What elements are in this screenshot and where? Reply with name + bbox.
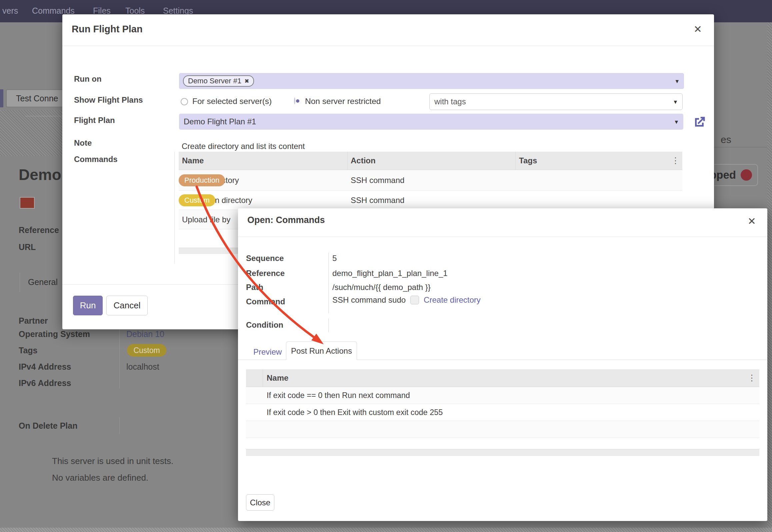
color-swatch[interactable] xyxy=(20,197,35,209)
tab-preview[interactable]: Preview xyxy=(253,347,282,357)
run-on-label: Run on xyxy=(74,74,102,84)
server-chip: Demo Server #1 ✖ xyxy=(183,75,254,87)
flight-plan-select[interactable]: Demo Flight Plan #1 ▾ xyxy=(179,114,683,130)
tag-badge: Production xyxy=(179,174,225,186)
radio-selected-servers[interactable] xyxy=(181,98,188,105)
reference-label: Reference xyxy=(246,269,285,278)
radio-non-server-restricted-label[interactable]: Non server restricted xyxy=(305,97,381,106)
table-row[interactable]: If exit code > 0 then Exit with custom e… xyxy=(246,404,759,421)
chevron-down-icon: ▾ xyxy=(674,98,677,106)
column-name[interactable]: Name xyxy=(267,373,288,383)
field-divider xyxy=(119,417,120,434)
condition-label: Condition xyxy=(246,320,283,330)
command-link[interactable]: Create directory xyxy=(424,295,481,305)
sheet-top-border xyxy=(25,116,62,116)
table-left-border xyxy=(174,152,175,264)
run-on-select[interactable]: Demo Server #1 ✖ ▾ xyxy=(179,73,684,89)
column-tags[interactable]: Tags xyxy=(519,156,537,165)
chevron-down-icon: ▾ xyxy=(675,77,679,85)
chip-remove-icon[interactable]: ✖ xyxy=(244,78,249,85)
close-button[interactable]: Close xyxy=(246,494,274,511)
column-name[interactable]: Name xyxy=(182,156,204,165)
path-value: /such/much/{{ demo_path }} xyxy=(332,283,431,292)
partner-label: Partner xyxy=(19,316,48,326)
run-modal-title: Run Flight Plan xyxy=(72,24,143,35)
reference-value: demo_flight_plan_1_plan_line_1 xyxy=(332,269,448,278)
commands-label: Commands xyxy=(74,155,118,164)
open-commands-modal: Open: Commands ✕ Sequence Reference Path… xyxy=(238,208,767,521)
tab-border xyxy=(20,273,20,292)
url-label: URL xyxy=(19,242,36,252)
tab-general[interactable]: General xyxy=(28,277,58,287)
radio-selected-servers-label[interactable]: For selected server(s) xyxy=(192,97,272,106)
radio-non-server-restricted[interactable] xyxy=(294,97,295,104)
os-label: Operating System xyxy=(19,329,90,339)
server-page-heading: Demo xyxy=(19,166,63,186)
table-row[interactable]: If exit code == 0 then Run next command xyxy=(246,387,759,404)
server-note-line1: This server is used in unit tests. xyxy=(52,456,173,466)
chevron-down-icon: ▾ xyxy=(675,118,678,126)
tag-badge: Custom xyxy=(179,194,215,206)
kebab-icon[interactable]: ⋮ xyxy=(671,156,680,165)
page-bottom-texture xyxy=(0,528,772,532)
kebab-icon[interactable]: ⋮ xyxy=(748,374,756,382)
status-dot-icon xyxy=(741,169,752,181)
table-row-empty[interactable] xyxy=(246,421,759,438)
ipv4-value: localhost xyxy=(126,362,159,372)
modal-header-divider xyxy=(62,46,714,46)
os-value-link[interactable]: Debian 10 xyxy=(126,329,164,339)
command-value: SSH command sudo xyxy=(332,295,406,305)
table-header-row: Name ⋮ xyxy=(246,369,759,387)
ipv4-label: IPv4 Address xyxy=(19,362,71,372)
right-panel-border xyxy=(714,147,767,147)
sudo-checkbox[interactable] xyxy=(410,296,419,304)
flight-plan-label: Flight Plan xyxy=(74,116,115,125)
ipv6-label: IPv6 Address xyxy=(19,378,71,388)
reference-label: Reference xyxy=(19,225,59,235)
cancel-button[interactable]: Cancel xyxy=(106,296,148,315)
on-delete-plan-label: On Delete Plan xyxy=(19,421,77,431)
screen: vers Commands Files Tools Settings Test … xyxy=(0,0,772,532)
page-right-texture xyxy=(767,22,772,532)
external-link-icon[interactable] xyxy=(692,115,707,130)
table-header-row: Name Action Tags ⋮ xyxy=(179,152,682,170)
show-flight-plans-label: Show Flight Plans xyxy=(74,95,143,105)
server-note-line2: No variables are defined. xyxy=(52,473,148,483)
sequence-label: Sequence xyxy=(246,254,284,263)
path-label: Path xyxy=(246,283,263,292)
run-button[interactable]: Run xyxy=(73,296,103,315)
tags-label: Tags xyxy=(19,346,38,355)
table-footer-strip xyxy=(246,449,759,456)
table-row[interactable]: List files in directory SSH command Cust… xyxy=(179,191,682,210)
command-label: Command xyxy=(246,297,285,306)
sequence-value: 5 xyxy=(332,254,337,263)
field-divider xyxy=(119,328,120,388)
test-connection-button[interactable]: Test Conne xyxy=(6,89,63,107)
modal-header-divider xyxy=(238,237,767,237)
right-panel-partial-text: es xyxy=(721,134,731,145)
tag-badge-custom-dimmed: Custom xyxy=(127,344,166,357)
partial-primary-button[interactable] xyxy=(0,89,3,107)
command-value-row: SSH command sudo Create directory xyxy=(332,295,481,305)
note-label: Note xyxy=(74,138,92,148)
table-row[interactable]: Create directory SSH command Production xyxy=(179,170,682,191)
tab-post-run-actions[interactable]: Post Run Actions xyxy=(286,341,357,360)
plan-description: Create directory and list its content xyxy=(182,142,305,151)
page-texture-band xyxy=(0,110,62,156)
menu-item-servers[interactable]: vers xyxy=(2,6,18,16)
with-tags-select[interactable]: with tags ▾ xyxy=(429,93,683,110)
run-modal-close-icon[interactable]: ✕ xyxy=(694,24,702,34)
column-action[interactable]: Action xyxy=(351,156,376,165)
commands-modal-close-icon[interactable]: ✕ xyxy=(748,216,756,226)
commands-modal-title: Open: Commands xyxy=(247,215,325,225)
post-run-actions-table: Name ⋮ If exit code == 0 then Run next c… xyxy=(246,369,759,438)
